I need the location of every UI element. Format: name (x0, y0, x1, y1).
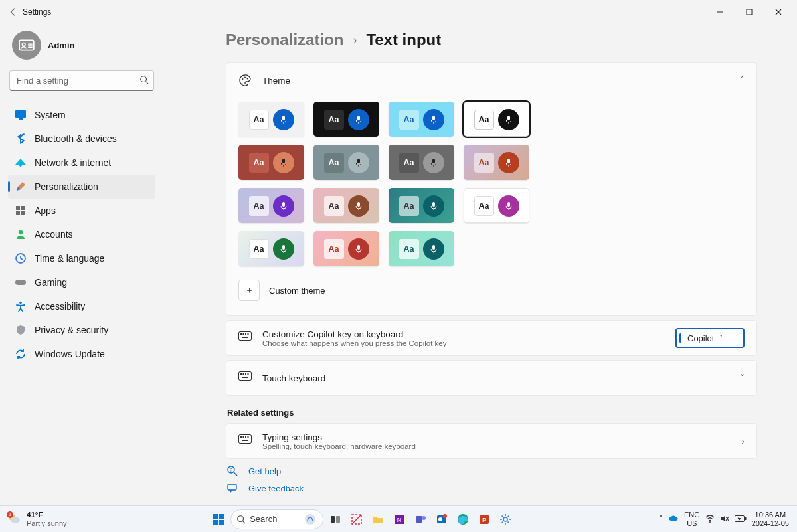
battery-tray-icon[interactable] (735, 515, 747, 524)
aa-badge: Aa (249, 153, 269, 173)
theme-gray[interactable]: Aa (389, 145, 454, 180)
theme-green[interactable]: Aa (238, 231, 304, 266)
tray-chevron-icon[interactable]: ˄ (659, 515, 663, 524)
svg-text:N: N (397, 517, 402, 523)
svg-rect-35 (357, 245, 360, 250)
sidebar-item-privacy[interactable]: Privacy & security (8, 318, 155, 342)
sidebar-item-gaming[interactable]: Gaming (8, 270, 155, 294)
app-snip[interactable] (347, 510, 366, 529)
theme-magenta[interactable]: Aa (464, 188, 529, 223)
sidebar-item-apps[interactable]: Apps (8, 199, 155, 222)
taskbar-center: Search N P (74, 509, 651, 529)
language-indicator[interactable]: ENG US (684, 511, 700, 527)
svg-rect-36 (432, 245, 435, 250)
sidebar-item-accessibility[interactable]: Accessibility (8, 294, 155, 318)
gaming-icon (15, 276, 27, 288)
svg-rect-75 (416, 516, 422, 523)
sidebar-item-personalization[interactable]: Personalization (8, 175, 155, 199)
display-icon (15, 109, 27, 121)
touch-keyboard-card[interactable]: Touch keyboard ˅ (226, 360, 757, 396)
theme-dark[interactable]: Aa (313, 102, 379, 137)
sidebar-item-accounts[interactable]: Accounts (8, 222, 155, 246)
person-icon (15, 228, 27, 240)
weather-widget[interactable]: 1 41°F Partly sunny (7, 511, 67, 527)
sidebar-item-bluetooth[interactable]: Bluetooth & devices (8, 127, 155, 151)
get-help-link[interactable]: Get help (248, 466, 281, 476)
aa-badge: Aa (324, 239, 344, 259)
sidebar-item-label: System (35, 110, 66, 120)
sidebar-item-update[interactable]: Windows Update (8, 342, 155, 366)
user-info[interactable]: Admin (8, 27, 155, 70)
taskbar-search[interactable]: Search (230, 509, 323, 529)
svg-rect-66 (219, 520, 224, 525)
close-button[interactable] (764, 0, 793, 24)
task-view[interactable] (326, 510, 345, 529)
app-edge[interactable] (454, 510, 472, 529)
mic-icon (348, 152, 369, 173)
theme-purple[interactable]: Aa (238, 188, 304, 223)
sidebar-item-network[interactable]: Network & internet (8, 151, 155, 175)
svg-rect-54 (242, 440, 248, 441)
typing-settings-card[interactable]: Typing settings Spelling, touch keyboard… (226, 423, 757, 459)
theme-brown[interactable]: Aa (313, 188, 379, 223)
minimize-button[interactable] (705, 0, 735, 24)
nav: System Bluetooth & devices Network & int… (8, 103, 155, 366)
custom-theme-button[interactable]: ＋ Custom theme (238, 280, 745, 301)
theme-slate[interactable]: Aa (313, 145, 379, 180)
keyboard-icon (238, 371, 252, 385)
app-outlook[interactable] (432, 510, 451, 529)
theme-coral[interactable]: Aa (313, 231, 379, 266)
theme-orange[interactable]: Aa (464, 145, 529, 180)
start-button[interactable] (209, 510, 228, 529)
sidebar-item-time[interactable]: Time & language (8, 246, 155, 270)
feedback-row[interactable]: Give feedback (227, 483, 757, 493)
system-tray[interactable]: ˄ ENG US 10:36 AM 2024-12-05 (651, 511, 797, 527)
svg-rect-14 (21, 211, 25, 215)
mic-icon (423, 238, 444, 260)
svg-rect-43 (239, 372, 252, 381)
app-powerpoint[interactable]: P (475, 510, 493, 529)
theme-white-black[interactable]: Aa (464, 102, 529, 137)
get-help-row[interactable]: ? Get help (227, 466, 757, 476)
app-settings[interactable] (496, 510, 515, 529)
maximize-button[interactable] (735, 0, 764, 24)
taskbar: 1 41°F Partly sunny Search N P ˄ ENG (0, 505, 797, 532)
app-teams[interactable] (411, 510, 430, 529)
sidebar-item-label: Windows Update (35, 349, 105, 359)
theme-header[interactable]: Theme ˄ (226, 63, 756, 98)
svg-point-84 (709, 521, 711, 523)
svg-point-19 (242, 78, 244, 80)
onedrive-icon[interactable] (668, 515, 679, 524)
svg-line-68 (243, 521, 246, 523)
back-button[interactable] (4, 0, 23, 24)
plus-icon: ＋ (238, 280, 260, 301)
svg-rect-11 (16, 206, 20, 210)
app-explorer[interactable] (369, 510, 387, 529)
theme-cyan[interactable]: Aa (389, 102, 454, 137)
theme-light-blue[interactable]: Aa (238, 102, 304, 137)
copilot-subtitle: Choose what happens when you press the C… (262, 339, 665, 347)
feedback-link[interactable]: Give feedback (248, 484, 304, 493)
theme-mint[interactable]: Aa (389, 231, 454, 266)
aa-badge: Aa (324, 196, 344, 216)
svg-point-7 (141, 76, 147, 82)
theme-teal[interactable]: Aa (389, 188, 454, 223)
sidebar-item-system[interactable]: System (8, 103, 155, 127)
mic-icon (273, 238, 294, 260)
volume-tray-icon[interactable] (720, 514, 729, 525)
aa-badge: Aa (399, 110, 419, 130)
bluetooth-icon (15, 133, 27, 145)
mic-icon (423, 195, 444, 217)
svg-rect-45 (243, 373, 244, 375)
search-box[interactable] (9, 70, 154, 91)
svg-rect-51 (243, 436, 244, 438)
clock[interactable]: 10:36 AM 2024-12-05 (752, 511, 789, 527)
svg-rect-49 (239, 435, 252, 444)
copilot-dropdown[interactable]: Copilot ˅ (675, 328, 745, 348)
app-onenote[interactable]: N (390, 510, 408, 529)
svg-point-79 (443, 514, 447, 518)
breadcrumb-parent[interactable]: Personalization (226, 31, 343, 49)
search-input[interactable] (9, 70, 154, 91)
theme-red[interactable]: Aa (238, 145, 304, 180)
wifi-tray-icon[interactable] (705, 514, 715, 525)
